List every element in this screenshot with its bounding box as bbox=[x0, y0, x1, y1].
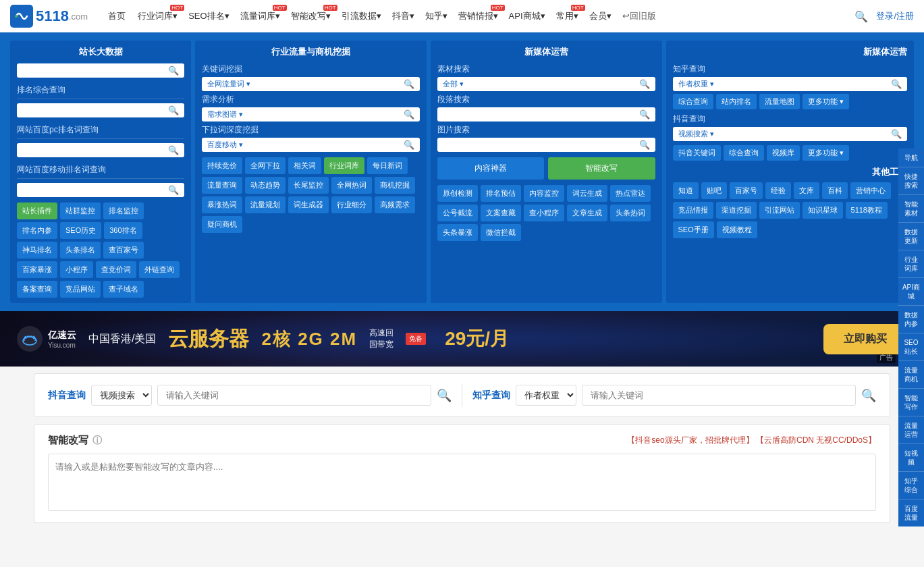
btn-baijiahao-surge[interactable]: 百家暴涨 bbox=[17, 261, 57, 278]
sidebar-item-traffic-biz[interactable]: 流量商机 bbox=[898, 361, 924, 389]
btn-seo-handbook[interactable]: SEO手册 bbox=[673, 221, 714, 238]
header-search-icon[interactable]: 🔍 bbox=[854, 10, 868, 23]
btn-traffic-plan[interactable]: 流量规划 bbox=[245, 196, 286, 213]
para-search[interactable] bbox=[443, 111, 639, 119]
btn-more-features[interactable]: 更多功能 ▾ bbox=[803, 94, 849, 109]
nav-tiktok[interactable]: 抖音▾ bbox=[387, 7, 420, 25]
zhihu-search-icon-menu[interactable]: 🔍 bbox=[891, 79, 902, 89]
nav-api[interactable]: API商城▾ bbox=[504, 7, 551, 25]
col1-search3[interactable] bbox=[22, 146, 168, 155]
btn-biz-mine[interactable]: 商机挖掘 bbox=[375, 177, 415, 194]
nav-old-version[interactable]: ↩回旧版 bbox=[617, 7, 661, 25]
para-search-icon[interactable]: 🔍 bbox=[639, 109, 650, 119]
material-search-icon[interactable]: 🔍 bbox=[639, 79, 650, 89]
sidebar-item-nav[interactable]: 导航 bbox=[898, 148, 924, 167]
demand-search-icon[interactable]: 🔍 bbox=[404, 109, 414, 119]
btn-outlink[interactable]: 外链查询 bbox=[139, 261, 180, 278]
tiktok-search-select[interactable]: 视频搜索 账号搜索 音乐搜索 bbox=[91, 385, 152, 406]
sidebar-item-api[interactable]: API商城 bbox=[898, 278, 924, 306]
zhihu-search-menu[interactable] bbox=[717, 80, 891, 88]
btn-comprehensive2[interactable]: 综合查询 bbox=[724, 145, 764, 161]
btn-daily-new[interactable]: 每日新词 bbox=[367, 157, 408, 174]
dropdown-select[interactable]: 百度移动 ▾ bbox=[207, 140, 243, 150]
btn-check-bid[interactable]: 查竞价词 bbox=[96, 261, 136, 278]
btn-dynamic-trend[interactable]: 动态趋势 bbox=[245, 177, 286, 194]
btn-headline-rank[interactable]: 头条排名 bbox=[60, 242, 101, 259]
btn-traffic-site[interactable]: 引流网站 bbox=[759, 202, 800, 219]
btn-rank-monitor[interactable]: 排名监控 bbox=[103, 202, 144, 219]
btn-headline-surge[interactable]: 头条暴涨 bbox=[437, 224, 478, 241]
col1-link1[interactable]: 排名综合查询 bbox=[17, 82, 184, 99]
btn-rank-estimate[interactable]: 排名预估 bbox=[481, 185, 521, 202]
banner-ad[interactable]: 亿速云 Yisu.com 中国香港/美国 云服务器 2核 2G 2M 高速回 国… bbox=[0, 311, 924, 367]
btn-video-lib[interactable]: 视频库 bbox=[767, 145, 800, 161]
col1-search1-icon[interactable]: 🔍 bbox=[168, 65, 179, 76]
kw-select[interactable]: 全网流量词 ▾ bbox=[207, 79, 250, 89]
btn-more-tiktok[interactable]: 更多功能 ▾ bbox=[803, 145, 849, 161]
smart-rewrite-textarea[interactable] bbox=[48, 454, 876, 511]
login-button[interactable]: 登录/注册 bbox=[876, 10, 914, 22]
btn-baike[interactable]: 百科 bbox=[822, 182, 848, 199]
sidebar-item-seo-master[interactable]: SEO站长 bbox=[898, 333, 924, 361]
btn-jingyan[interactable]: 经验 bbox=[765, 182, 791, 199]
nav-marketing[interactable]: 营销情报▾HOT bbox=[453, 7, 504, 25]
col1-search2-icon[interactable]: 🔍 bbox=[168, 105, 179, 115]
zhihu-search-select[interactable]: 作者权重 文章搜索 话题搜索 bbox=[516, 385, 576, 406]
btn-subdomain[interactable]: 查子域名 bbox=[103, 281, 144, 298]
sidebar-item-quick-search[interactable]: 快捷搜索 bbox=[898, 167, 924, 195]
dropdown-search[interactable] bbox=[246, 141, 404, 149]
btn-site-rank[interactable]: 站内排名 bbox=[716, 94, 757, 109]
smart-hint-icon[interactable]: ⓘ bbox=[92, 435, 102, 447]
btn-content-tool[interactable]: 内容神器 bbox=[437, 157, 544, 180]
btn-full-dropdown[interactable]: 全网下拉 bbox=[245, 157, 286, 174]
btn-related-words[interactable]: 相关词 bbox=[288, 157, 321, 174]
btn-tiktok-keyword[interactable]: 抖音关键词 bbox=[673, 145, 721, 161]
btn-seo-history[interactable]: SEO历史 bbox=[60, 222, 101, 239]
col1-link3[interactable]: 网站百度移动排名词查询 bbox=[17, 161, 184, 179]
btn-check-mini[interactable]: 查小程序 bbox=[524, 205, 564, 221]
nav-vip[interactable]: 会员▾ bbox=[584, 7, 617, 25]
btn-question-biz[interactable]: 疑问商机 bbox=[202, 216, 242, 233]
nav-industry-words[interactable]: 行业词库▾HOT bbox=[132, 7, 183, 25]
col1-search2[interactable] bbox=[22, 107, 168, 115]
col1-search3-icon[interactable]: 🔍 bbox=[168, 145, 179, 155]
col1-search4[interactable] bbox=[22, 186, 168, 194]
btn-copy-collect[interactable]: 文案查藏 bbox=[481, 205, 521, 221]
logo[interactable]: 5118 .com bbox=[10, 5, 88, 28]
sidebar-item-industry[interactable]: 行业词库 bbox=[898, 250, 924, 278]
btn-5118-tutorial[interactable]: 5118教程 bbox=[846, 202, 888, 219]
btn-competitor-site[interactable]: 竞品网站 bbox=[60, 281, 101, 298]
btn-video-tutorial[interactable]: 视频教程 bbox=[717, 221, 757, 238]
btn-continuous-bid[interactable]: 持续竞价 bbox=[202, 157, 242, 174]
btn-traffic-query[interactable]: 流量查询 bbox=[202, 177, 242, 194]
zhihu-search-submit[interactable]: 🔍 bbox=[861, 388, 876, 403]
btn-longtail-monitor[interactable]: 长尾监控 bbox=[288, 177, 329, 194]
btn-baijiahao[interactable]: 查百家号 bbox=[103, 242, 144, 259]
btn-original-check[interactable]: 原创检测 bbox=[437, 185, 478, 202]
demand-search[interactable] bbox=[246, 111, 404, 119]
img-search[interactable] bbox=[443, 141, 639, 149]
tiktok-search-menu[interactable] bbox=[717, 130, 891, 138]
btn-surge-hot[interactable]: 暴涨热词 bbox=[202, 196, 242, 213]
btn-article-gen[interactable]: 文章生成 bbox=[567, 205, 607, 221]
nav-traffic-data[interactable]: 引流数据▾ bbox=[336, 7, 387, 25]
sidebar-item-short-video[interactable]: 短视频 bbox=[898, 444, 924, 472]
tiktok-search-submit[interactable]: 🔍 bbox=[437, 388, 452, 403]
tiktok-search-input[interactable] bbox=[157, 385, 431, 406]
nav-seo[interactable]: SEO排名▾ bbox=[183, 7, 234, 25]
demand-select[interactable]: 需求图谱 ▾ bbox=[207, 109, 243, 119]
btn-word-cloud[interactable]: 词云生成 bbox=[567, 185, 607, 202]
btn-smart-rewrite-menu[interactable]: 智能改写 bbox=[548, 157, 655, 180]
sidebar-item-smart-material[interactable]: 智能素材 bbox=[898, 195, 924, 223]
btn-industry-lib[interactable]: 行业词库 bbox=[324, 157, 364, 174]
btn-headline-hot[interactable]: 头条热词 bbox=[610, 205, 651, 221]
img-search-icon[interactable]: 🔍 bbox=[639, 140, 650, 150]
btn-hotspot-radar[interactable]: 热点雷达 bbox=[610, 185, 651, 202]
banner-buy-button[interactable]: 立即购买 bbox=[823, 324, 907, 354]
btn-zhidao[interactable]: 知道 bbox=[673, 182, 699, 199]
btn-traffic-map[interactable]: 流量地图 bbox=[759, 94, 800, 109]
nav-home[interactable]: 首页 bbox=[101, 7, 132, 25]
btn-site-monitor[interactable]: 站群监控 bbox=[60, 202, 101, 219]
material-search[interactable] bbox=[466, 80, 639, 88]
kw-search[interactable] bbox=[253, 80, 404, 88]
